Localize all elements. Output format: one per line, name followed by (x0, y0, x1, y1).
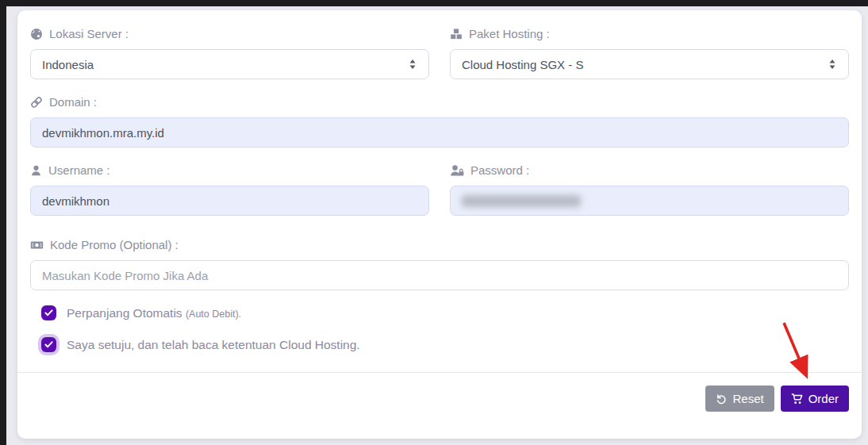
paket-hosting-group: Paket Hosting : Cloud Hosting SGX - S (450, 26, 849, 79)
blurred-password-value (462, 195, 581, 207)
user-lock-icon (450, 164, 464, 177)
paket-hosting-select[interactable]: Cloud Hosting SGX - S (450, 49, 849, 79)
agree-terms-row: Saya setuju, dan telah baca ketentuan Cl… (41, 337, 849, 352)
paket-hosting-label-text: Paket Hosting : (469, 26, 550, 41)
money-bill-icon (30, 239, 44, 251)
link-icon (30, 96, 43, 109)
domain-group: Domain : (30, 94, 849, 148)
checkmark-icon (44, 309, 53, 316)
undo-icon (716, 393, 727, 405)
username-label-text: Username : (48, 163, 110, 178)
paket-hosting-label: Paket Hosting : (450, 26, 849, 41)
username-input[interactable] (30, 186, 429, 216)
cubes-icon (450, 28, 463, 40)
order-button[interactable]: Order (781, 386, 849, 412)
auto-renew-label: Perpanjang Otomatis (Auto Debit). (67, 306, 241, 320)
password-label-text: Password : (470, 163, 529, 178)
sort-arrows-icon (828, 59, 837, 70)
password-group: Password : (450, 163, 849, 216)
reset-button-label: Reset (732, 391, 763, 406)
sort-arrows-icon (408, 59, 417, 70)
form-footer: Reset Order (17, 372, 862, 412)
domain-input[interactable] (30, 117, 849, 148)
kode-promo-label: Kode Promo (Optional) : (30, 237, 849, 252)
lokasi-server-label: Lokasi Server : (30, 26, 429, 41)
lokasi-server-selected-value: Indonesia (42, 58, 94, 71)
domain-label-text: Domain : (49, 94, 97, 109)
globe-asia-icon (30, 28, 43, 40)
user-icon (30, 164, 42, 177)
order-form-card: Lokasi Server : Indonesia Paket Hosting … (17, 10, 862, 439)
password-label: Password : (450, 163, 849, 178)
username-group: Username : (30, 163, 429, 216)
paket-hosting-selected-value: Cloud Hosting SGX - S (462, 58, 583, 71)
reset-button[interactable]: Reset (705, 386, 774, 412)
lokasi-server-group: Lokasi Server : Indonesia (30, 26, 429, 79)
lokasi-server-select[interactable]: Indonesia (30, 49, 429, 79)
order-button-label: Order (808, 391, 839, 406)
password-input[interactable] (450, 186, 849, 216)
domain-label: Domain : (30, 94, 849, 109)
agree-terms-label: Saya setuju, dan telah baca ketentuan Cl… (67, 338, 360, 352)
kode-promo-label-text: Kode Promo (Optional) : (50, 237, 179, 252)
auto-renew-checkbox[interactable] (41, 305, 56, 320)
lokasi-server-label-text: Lokasi Server : (49, 26, 129, 41)
auto-renew-row: Perpanjang Otomatis (Auto Debit). (41, 305, 849, 320)
auto-renew-sublabel: (Auto Debit). (186, 309, 241, 320)
kode-promo-input[interactable] (30, 260, 849, 290)
shopping-cart-icon (791, 393, 803, 405)
kode-promo-group: Kode Promo (Optional) : (30, 237, 849, 290)
checkmark-icon (44, 341, 53, 348)
username-label: Username : (30, 163, 429, 178)
screenshot-frame-top (0, 0, 868, 6)
screenshot-frame-left (0, 0, 6, 445)
agree-terms-checkbox[interactable] (41, 337, 56, 352)
